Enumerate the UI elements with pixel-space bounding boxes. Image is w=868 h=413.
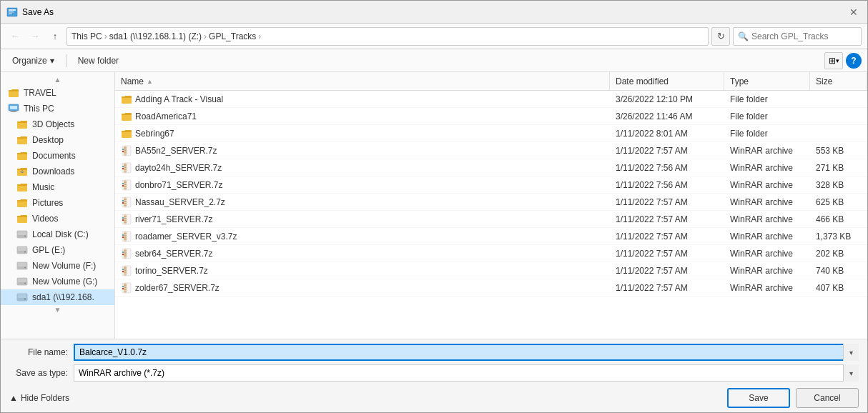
sidebar-label-newvolumeg: New Volume (G:) bbox=[32, 277, 97, 287]
sidebar-label-gple: GPL (E:) bbox=[32, 245, 65, 255]
table-row[interactable]: torino_SERVER.7z 1/11/2022 7:57 AM WinRA… bbox=[115, 262, 867, 279]
sidebar-item-videos[interactable]: Videos bbox=[1, 211, 114, 227]
file-type: WinRAR archive bbox=[730, 283, 793, 293]
file-size: 466 KB bbox=[816, 214, 844, 224]
file-date: 1/11/2022 7:57 AM bbox=[616, 197, 688, 207]
up-button[interactable]: ↑ bbox=[46, 28, 64, 45]
file-name: BA55n2_SERVER.7z bbox=[135, 146, 217, 156]
col-header-size[interactable]: Size bbox=[810, 72, 867, 90]
svg-rect-65 bbox=[122, 202, 124, 204]
breadcrumb-sda1[interactable]: sda1 (\\192.168.1.1) (Z:) bbox=[109, 31, 202, 41]
archive-icon bbox=[121, 214, 132, 225]
scroll-down-icon: ▼ bbox=[54, 307, 61, 314]
svg-rect-54 bbox=[124, 186, 127, 187]
sidebar-label-3dobjects: 3D Objects bbox=[32, 119, 74, 129]
file-size: 553 KB bbox=[816, 146, 844, 156]
svg-rect-103 bbox=[124, 291, 127, 292]
table-row[interactable]: dayto24h_SERVER.7z 1/11/2022 7:56 AM Win… bbox=[115, 159, 867, 176]
svg-rect-6 bbox=[10, 106, 17, 109]
forward-button[interactable]: → bbox=[26, 28, 44, 45]
view-chevron-icon: ▾ bbox=[836, 57, 839, 64]
refresh-button[interactable]: ↻ bbox=[711, 27, 730, 46]
file-size-cell: 740 KB bbox=[810, 266, 867, 276]
table-row[interactable]: Sebring67 1/11/2022 8:01 AM File folder bbox=[115, 125, 867, 142]
table-row[interactable]: donbro71_SERVER.7z 1/11/2022 7:56 AM Win… bbox=[115, 176, 867, 194]
newvolumeg-icon bbox=[16, 276, 28, 287]
search-icon: 🔍 bbox=[738, 31, 749, 41]
table-row[interactable]: Nassau_SERVER_2.7z 1/11/2022 7:57 AM Win… bbox=[115, 194, 867, 211]
sidebar-item-gple[interactable]: GPL (E:) bbox=[1, 242, 114, 258]
file-name-cell: Sebring67 bbox=[115, 128, 610, 139]
sidebar-item-desktop[interactable]: Desktop bbox=[1, 132, 114, 148]
file-type: WinRAR archive bbox=[730, 180, 793, 190]
sidebar-item-music[interactable]: Music bbox=[1, 179, 114, 195]
sidebar-item-newvolumef[interactable]: New Volume (F:) bbox=[1, 258, 114, 274]
svg-rect-69 bbox=[124, 218, 127, 219]
music-icon bbox=[16, 181, 28, 193]
table-row[interactable]: roadamer_SERVER_v3.7z 1/11/2022 7:57 AM … bbox=[115, 228, 867, 245]
col-header-date[interactable]: Date modified bbox=[610, 72, 724, 90]
breadcrumb-gpl[interactable]: GPL_Tracks bbox=[209, 31, 256, 41]
file-date-cell: 3/26/2022 12:10 PM bbox=[610, 94, 724, 104]
file-type: WinRAR archive bbox=[730, 249, 793, 259]
svg-rect-97 bbox=[122, 271, 124, 272]
svg-rect-72 bbox=[122, 217, 124, 219]
svg-rect-93 bbox=[124, 269, 127, 271]
organize-label: Organize bbox=[12, 56, 47, 66]
sidebar-label-music: Music bbox=[32, 182, 54, 192]
file-name: river71_SERVER.7z bbox=[135, 214, 213, 224]
table-row[interactable]: RoadAmerica71 3/26/2022 11:46 AM File fo… bbox=[115, 108, 867, 125]
close-button[interactable]: ✕ bbox=[846, 4, 862, 20]
organize-button[interactable]: Organize ▾ bbox=[6, 52, 60, 69]
file-date: 1/11/2022 7:57 AM bbox=[616, 146, 688, 156]
cancel-button[interactable]: Cancel bbox=[796, 388, 859, 408]
svg-rect-2 bbox=[9, 11, 14, 13]
file-type: WinRAR archive bbox=[730, 266, 793, 276]
file-date-cell: 1/11/2022 7:57 AM bbox=[610, 249, 724, 259]
table-row[interactable]: BA55n2_SERVER.7z 1/11/2022 7:57 AM WinRA… bbox=[115, 142, 867, 159]
sidebar-item-localc[interactable]: Local Disk (C:) bbox=[1, 227, 114, 242]
table-row[interactable]: Adding A Track - Visual 3/26/2022 12:10 … bbox=[115, 91, 867, 108]
file-type-cell: File folder bbox=[724, 129, 810, 139]
svg-rect-79 bbox=[124, 239, 127, 240]
svg-point-21 bbox=[24, 252, 26, 253]
sidebar-item-newvolumeg[interactable]: New Volume (G:) bbox=[1, 274, 114, 289]
svg-rect-88 bbox=[122, 252, 124, 253]
filename-input[interactable] bbox=[74, 344, 859, 361]
back-button[interactable]: ← bbox=[6, 28, 24, 45]
filename-dropdown-button[interactable]: ▾ bbox=[843, 344, 859, 361]
localdisk-icon bbox=[16, 229, 28, 240]
new-folder-button[interactable]: New folder bbox=[72, 52, 124, 69]
save-button[interactable]: Save bbox=[727, 388, 790, 408]
sidebar-item-downloads[interactable]: Downloads bbox=[1, 164, 114, 179]
sidebar-item-travel[interactable]: TRAVEL bbox=[1, 85, 114, 101]
savetype-select-wrap: WinRAR archive (*.7z) ▾ bbox=[74, 364, 859, 382]
hide-folders-label: Hide Folders bbox=[21, 393, 69, 403]
svg-rect-61 bbox=[124, 201, 127, 202]
table-row[interactable]: zolder67_SERVER.7z 1/11/2022 7:57 AM Win… bbox=[115, 279, 867, 297]
hide-folders-button[interactable]: ▲ Hide Folders bbox=[9, 393, 69, 403]
search-input[interactable] bbox=[751, 31, 859, 41]
view-button[interactable]: ⊞ ▾ bbox=[824, 52, 843, 69]
sidebar-item-thispc[interactable]: This PC bbox=[1, 101, 114, 116]
breadcrumb-thispc[interactable]: This PC bbox=[71, 31, 102, 41]
organize-chevron-icon: ▾ bbox=[50, 56, 54, 66]
sidebar-item-documents[interactable]: Documents bbox=[1, 148, 114, 164]
savetype-select[interactable]: WinRAR archive (*.7z) bbox=[74, 364, 859, 382]
col-header-name[interactable]: Name ▲ bbox=[115, 72, 610, 90]
col-header-type[interactable]: Type bbox=[724, 72, 810, 90]
breadcrumb[interactable]: This PC › sda1 (\\192.168.1.1) (Z:) › GP… bbox=[66, 27, 709, 46]
sidebar-item-sda1[interactable]: sda1 (\\192.168. bbox=[1, 289, 114, 305]
sidebar-label-travel: TRAVEL bbox=[24, 88, 56, 98]
sidebar-item-3dobjects[interactable]: 3D Objects bbox=[1, 116, 114, 132]
file-size-cell: 407 KB bbox=[810, 283, 867, 293]
file-rows-container: Adding A Track - Visual 3/26/2022 12:10 … bbox=[115, 91, 867, 297]
svg-rect-48 bbox=[122, 166, 124, 167]
sidebar-item-pictures[interactable]: Pictures bbox=[1, 195, 114, 211]
file-type: WinRAR archive bbox=[730, 214, 793, 224]
table-row[interactable]: sebr64_SERVER.7z 1/11/2022 7:57 AM WinRA… bbox=[115, 245, 867, 262]
help-button[interactable]: ? bbox=[846, 53, 862, 69]
breadcrumb-sep2: › bbox=[204, 31, 207, 41]
table-row[interactable]: river71_SERVER.7z 1/11/2022 7:57 AM WinR… bbox=[115, 211, 867, 228]
file-size-cell: 328 KB bbox=[810, 180, 867, 190]
